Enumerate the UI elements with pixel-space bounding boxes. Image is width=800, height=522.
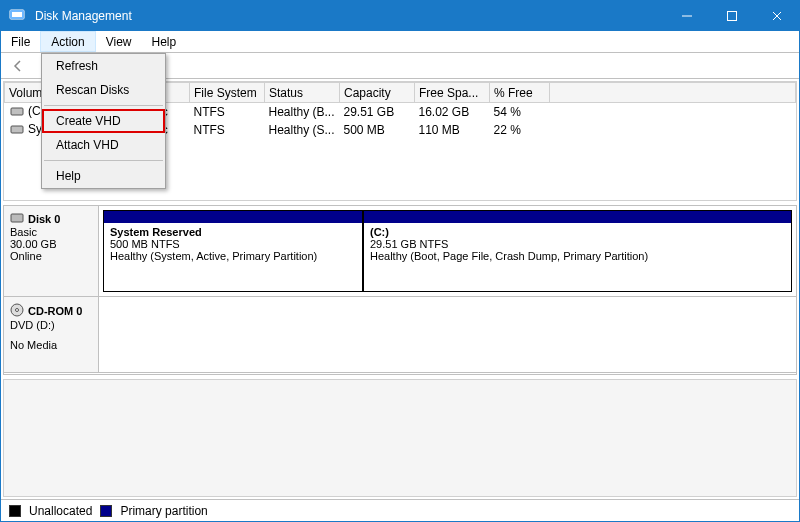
menu-separator	[44, 105, 163, 106]
menu-create-vhd[interactable]: Create VHD	[42, 109, 165, 133]
legend-primary-label: Primary partition	[120, 504, 207, 518]
menu-view[interactable]: View	[96, 31, 142, 52]
menubar: File Action View Help Refresh Rescan Dis…	[1, 31, 799, 53]
svg-rect-7	[11, 108, 23, 115]
disk-panel: Disk 0 Basic 30.00 GB Online System Rese…	[3, 205, 797, 375]
legend-primary-icon	[100, 505, 112, 517]
close-button[interactable]	[754, 1, 799, 31]
partition-system-reserved[interactable]: System Reserved 500 MB NTFS Healthy (Sys…	[103, 210, 363, 292]
svg-rect-8	[11, 126, 23, 133]
disk-icon	[10, 212, 24, 226]
col-status[interactable]: Status	[265, 83, 340, 103]
svg-point-11	[16, 309, 19, 312]
svg-rect-4	[727, 12, 736, 21]
disk-info-disk0: Disk 0 Basic 30.00 GB Online	[4, 206, 99, 296]
col-spacer	[550, 83, 796, 103]
legend-unallocated-label: Unallocated	[29, 504, 92, 518]
empty-area	[3, 379, 797, 497]
col-pct[interactable]: % Free	[490, 83, 550, 103]
maximize-button[interactable]	[709, 1, 754, 31]
svg-rect-2	[12, 12, 22, 17]
drive-icon	[10, 104, 24, 118]
partition-header	[104, 211, 362, 223]
legend-unallocated-icon	[9, 505, 21, 517]
menu-rescan-disks[interactable]: Rescan Disks	[42, 78, 165, 102]
window: Disk Management File Action View Help Re…	[0, 0, 800, 522]
app-icon	[9, 7, 27, 25]
cdrom-empty-area	[99, 297, 796, 372]
titlebar: Disk Management	[1, 1, 799, 31]
col-free[interactable]: Free Spa...	[415, 83, 490, 103]
disk-row-cdrom[interactable]: CD-ROM 0 DVD (D:) No Media	[4, 297, 796, 373]
col-fs[interactable]: File System	[190, 83, 265, 103]
menu-action[interactable]: Action	[40, 31, 95, 52]
action-dropdown: Refresh Rescan Disks Create VHD Attach V…	[41, 53, 166, 189]
menu-attach-vhd[interactable]: Attach VHD	[42, 133, 165, 157]
cd-icon	[10, 303, 24, 319]
statusbar: Unallocated Primary partition	[1, 499, 799, 521]
disk-layout-disk0: System Reserved 500 MB NTFS Healthy (Sys…	[99, 206, 796, 296]
disk-row-disk0[interactable]: Disk 0 Basic 30.00 GB Online System Rese…	[4, 206, 796, 297]
drive-icon	[10, 122, 24, 136]
col-capacity[interactable]: Capacity	[340, 83, 415, 103]
svg-rect-9	[11, 214, 23, 222]
partition-c[interactable]: (C:) 29.51 GB NTFS Healthy (Boot, Page F…	[363, 210, 792, 292]
menu-separator	[44, 160, 163, 161]
window-title: Disk Management	[35, 9, 664, 23]
menu-file[interactable]: File	[1, 31, 40, 52]
minimize-button[interactable]	[664, 1, 709, 31]
partition-header	[364, 211, 791, 223]
menu-help[interactable]: Help	[142, 31, 187, 52]
disk-info-cdrom: CD-ROM 0 DVD (D:) No Media	[4, 297, 99, 372]
menu-help-item[interactable]: Help	[42, 164, 165, 188]
toolbar-back-icon[interactable]	[9, 57, 27, 75]
menu-refresh[interactable]: Refresh	[42, 54, 165, 78]
